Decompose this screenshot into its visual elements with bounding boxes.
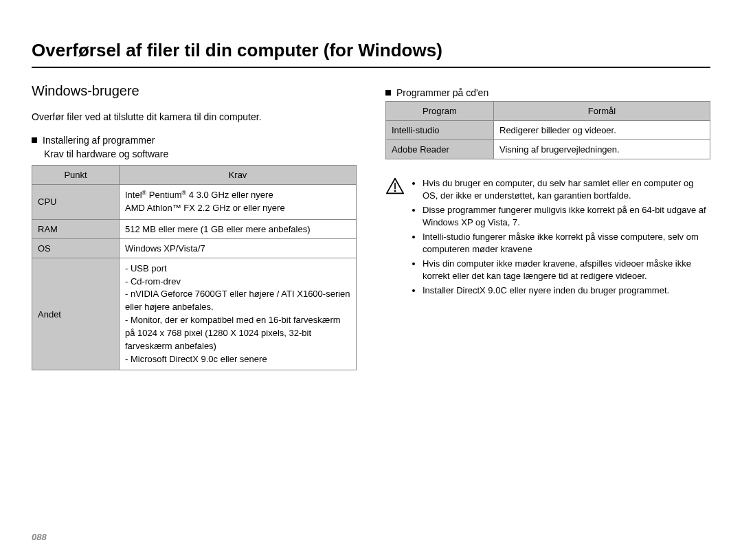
row-value-other: - USB port- Cd-rom-drev- nVIDIA Geforce …	[120, 258, 357, 370]
header-purpose: Formål	[494, 102, 710, 121]
table-row: Andet - USB port- Cd-rom-drev- nVIDIA Ge…	[32, 258, 357, 370]
header-program: Program	[386, 102, 494, 121]
table-row: Adobe Reader Visning af brugervejledning…	[386, 140, 710, 159]
table-row: RAM 512 MB eller mere (1 GB eller mere a…	[32, 219, 357, 238]
row-label-intelli: Intelli-studio	[386, 121, 494, 140]
row-label-adobe: Adobe Reader	[386, 140, 494, 159]
warning-notice: Hvis du bruger en computer, du selv har …	[385, 177, 710, 300]
row-value-os: Windows XP/Vista/7	[120, 238, 357, 258]
programs-table: Program Formål Intelli-studio Redigerer …	[385, 101, 710, 159]
row-value-ram: 512 MB eller mere (1 GB eller mere anbef…	[120, 219, 357, 238]
header-punkt: Punkt	[32, 166, 120, 185]
list-item: Installer DirectX 9.0C eller nyere inden…	[423, 284, 710, 297]
warning-list: Hvis du bruger en computer, du selv har …	[412, 177, 710, 300]
left-column: Windows-brugere Overfør filer ved at til…	[32, 83, 357, 370]
list-item: Intelli-studio fungerer måske ikke korre…	[423, 231, 710, 255]
row-label-other: Andet	[32, 258, 120, 370]
requirements-table: Punkt Krav CPU Intel® Pentium® 4 3.0 GHz…	[32, 165, 357, 370]
table-header-row: Punkt Krav	[32, 166, 357, 185]
list-item: Hvis du bruger en computer, du selv har …	[423, 177, 710, 201]
table-row: OS Windows XP/Vista/7	[32, 238, 357, 258]
install-subheading: Krav til hardware og software	[44, 148, 357, 159]
section-subtitle: Windows-brugere	[32, 83, 357, 99]
programs-heading: Programmer på cd'en	[385, 87, 710, 98]
svg-point-2	[394, 190, 396, 192]
table-row: CPU Intel® Pentium® 4 3.0 GHz eller nyer…	[32, 185, 357, 220]
row-value-adobe: Visning af brugervejledningen.	[494, 140, 710, 159]
list-item: Disse programmer fungerer muligvis ikke …	[423, 204, 710, 228]
two-column-layout: Windows-brugere Overfør filer ved at til…	[32, 83, 710, 370]
row-label-os: OS	[32, 238, 120, 258]
header-krav: Krav	[120, 166, 357, 185]
page-title: Overførsel af filer til din computer (fo…	[32, 40, 710, 68]
table-row: Intelli-studio Redigerer billeder og vid…	[386, 121, 710, 140]
warning-icon	[385, 177, 405, 195]
row-label-ram: RAM	[32, 219, 120, 238]
row-value-cpu: Intel® Pentium® 4 3.0 GHz eller nyereAMD…	[120, 185, 357, 220]
table-header-row: Program Formål	[386, 102, 710, 121]
install-heading: Installering af programmer	[32, 135, 357, 146]
intro-text: Overfør filer ved at tilslutte dit kamer…	[32, 111, 357, 122]
page-number: 088	[32, 532, 47, 542]
row-value-intelli: Redigerer billeder og videoer.	[494, 121, 710, 140]
row-label-cpu: CPU	[32, 185, 120, 220]
document-page: Overførsel af filer til din computer (fo…	[0, 0, 742, 560]
right-column: Programmer på cd'en Program Formål Intel…	[385, 83, 710, 370]
list-item: Hvis din computer ikke møder kravene, af…	[423, 258, 710, 282]
